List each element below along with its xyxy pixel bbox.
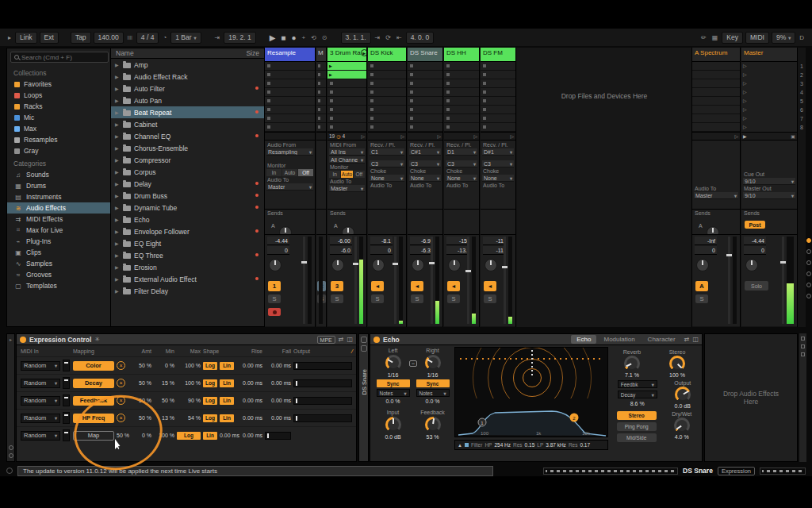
clip-grid[interactable] xyxy=(316,62,326,132)
choke-group-select[interactable]: None▾ xyxy=(370,175,404,182)
volume-value[interactable]: -6.9 xyxy=(410,237,432,245)
left-time-knob[interactable] xyxy=(385,355,401,371)
browser-device-row[interactable]: ▶Drum Buss xyxy=(111,190,264,202)
volume-fader[interactable] xyxy=(467,237,469,324)
browser-device-row[interactable]: ▶External Audio Effect xyxy=(111,273,264,285)
input-slider[interactable] xyxy=(63,394,70,406)
scene-launch-icons[interactable]: ▷▷▷▷▷▷▷▷ xyxy=(741,62,797,132)
rise-value[interactable]: 0.00 ms xyxy=(236,380,262,386)
stereo-mode-button[interactable]: Stereo xyxy=(617,411,657,420)
unmap-button[interactable]: × xyxy=(117,379,125,387)
solo-button[interactable]: S xyxy=(411,294,423,303)
monitor-auto[interactable]: Auto xyxy=(341,171,352,178)
stop-button[interactable]: ■ xyxy=(279,33,287,42)
tab-modulation[interactable]: Modulation xyxy=(598,335,640,344)
delay-toggle-icon[interactable] xyxy=(806,283,811,287)
volume-value[interactable]: -Inf xyxy=(695,237,717,245)
browser-device-row[interactable]: ▶Amp xyxy=(111,59,264,71)
browser-device-row[interactable]: ▶Audio Effect Rack xyxy=(111,71,264,83)
crossfader-toggle-icon[interactable] xyxy=(806,294,811,298)
scene-number[interactable]: 8 xyxy=(798,123,806,132)
reverb-value[interactable]: 7.1 % xyxy=(625,372,639,378)
tab-echo[interactable]: Echo xyxy=(571,335,596,344)
min-value[interactable]: 0 % xyxy=(154,363,174,368)
amount-value[interactable]: 50 % xyxy=(117,433,127,438)
collection-loops[interactable]: Loops xyxy=(7,90,110,101)
loop-length[interactable]: 4. 0. 0 xyxy=(406,32,435,44)
pan-knob[interactable] xyxy=(269,259,282,271)
sidebar-item-audio-effects[interactable]: ≋Audio Effects xyxy=(7,202,110,214)
clip-grid[interactable]: ▶ ▶ xyxy=(327,62,366,132)
midi-source-select[interactable]: Random▾ xyxy=(21,361,60,371)
res-value[interactable]: 0.15 xyxy=(525,442,535,448)
left-division-value[interactable]: 1/16 xyxy=(388,372,399,378)
device-chain-strip[interactable]: DS Snare xyxy=(358,333,369,462)
volume-fader[interactable] xyxy=(504,237,506,324)
clip-overview-strip[interactable] xyxy=(543,468,678,475)
browser-device-row[interactable]: ▶Chorus-Ensemble xyxy=(111,142,264,154)
track-header[interactable]: M xyxy=(316,48,326,62)
track-activator[interactable]: 1 xyxy=(268,281,281,291)
right-mode-select[interactable]: Notes▾ xyxy=(416,389,450,397)
chevron-right-icon[interactable]: ▶ xyxy=(115,241,120,246)
input-knob[interactable] xyxy=(385,417,401,433)
feedback-value[interactable]: 53 % xyxy=(427,434,439,440)
sidebar-item-midi-effects[interactable]: ⇉MIDI Effects xyxy=(7,214,110,225)
link-button[interactable]: Link xyxy=(15,32,37,44)
audio-effects-drop-zone[interactable]: Drop Audio Effects Here xyxy=(704,333,798,462)
min-value[interactable]: 13 % xyxy=(154,415,174,421)
returns-toggle-icon[interactable] xyxy=(806,260,811,265)
pre-post-toggle[interactable]: Post xyxy=(745,221,765,229)
browser-device-row[interactable]: ▶EQ Eight xyxy=(111,237,264,249)
tab-character[interactable]: Character xyxy=(642,335,681,344)
pan-knob[interactable] xyxy=(485,259,497,271)
chain-activator[interactable]: ◄ xyxy=(484,281,496,291)
amount-value[interactable]: 50 % xyxy=(129,380,151,386)
output-type-select[interactable]: Master▾ xyxy=(329,185,365,192)
volume-fader[interactable] xyxy=(431,237,433,324)
solo-button[interactable]: S xyxy=(268,294,281,303)
browser-device-row[interactable]: ▶Cabinet xyxy=(111,118,264,130)
status-message[interactable]: The update to version 11.0.12 will be ap… xyxy=(17,466,493,476)
monitor-off[interactable]: Off xyxy=(354,171,365,178)
session-record-icon[interactable]: ⊙ xyxy=(320,34,329,41)
midi-source-select[interactable]: Random▾ xyxy=(21,379,60,388)
clip-play-icon[interactable]: ▶ xyxy=(329,64,332,68)
mid-side-mode-button[interactable]: Mid/Side xyxy=(617,433,657,442)
follow-icon[interactable]: ▸ xyxy=(6,34,13,41)
input-type-select[interactable]: All Ins▾ xyxy=(329,148,365,156)
device-view-icon[interactable] xyxy=(801,337,805,341)
group-play-icon[interactable]: ▶ xyxy=(361,49,366,56)
scene-launch-icon[interactable]: ▷ xyxy=(361,133,365,139)
log-shape-button[interactable]: Log xyxy=(177,432,201,440)
solo-button[interactable]: S xyxy=(695,294,708,303)
chevron-right-icon[interactable]: ▶ xyxy=(115,288,120,294)
volume-value[interactable]: -11 xyxy=(483,237,505,245)
stereo-link-icon[interactable]: •• xyxy=(409,360,417,367)
decay-select[interactable]: Decay▾ xyxy=(618,391,657,398)
track-header[interactable]: DS FM xyxy=(481,48,515,62)
log-shape-button[interactable]: Log xyxy=(203,414,217,422)
browser-device-row[interactable]: ▶Envelope Follower xyxy=(111,225,264,237)
play-button[interactable]: ▶ xyxy=(268,33,278,42)
clip-stop-buttons[interactable] xyxy=(370,62,373,132)
rise-value[interactable]: 0.00 ms xyxy=(236,363,262,368)
tap-tempo-button[interactable]: Tap xyxy=(71,32,91,44)
fall-value[interactable]: 0.00 ms xyxy=(236,433,262,438)
browser-device-row[interactable]: ▶Auto Pan xyxy=(111,94,264,106)
scene-launch-icon[interactable]: ▷ xyxy=(400,133,404,139)
play-note-select[interactable]: C3▾ xyxy=(370,160,404,167)
save-preset-icon[interactable]: ◫ xyxy=(347,336,353,343)
dry-wet-value[interactable]: 4.0 % xyxy=(675,434,689,440)
selected-device-badge[interactable]: Expression xyxy=(718,467,755,475)
choke-group-select[interactable]: None▾ xyxy=(446,175,477,182)
sidebar-item-clips[interactable]: ▣Clips xyxy=(7,247,110,258)
solo-button[interactable]: S xyxy=(484,294,496,303)
play-note-select[interactable]: C3▾ xyxy=(482,160,514,167)
pan-knob[interactable] xyxy=(745,259,758,271)
hp-value[interactable]: 254 Hz xyxy=(494,442,511,448)
pan-value[interactable]: -11 xyxy=(483,246,505,255)
fall-value[interactable]: 0.00 ms xyxy=(265,380,291,386)
track-header[interactable]: DS Snare xyxy=(408,48,442,62)
sidebar-item-max-for-live[interactable]: ⌗Max for Live xyxy=(7,225,110,236)
